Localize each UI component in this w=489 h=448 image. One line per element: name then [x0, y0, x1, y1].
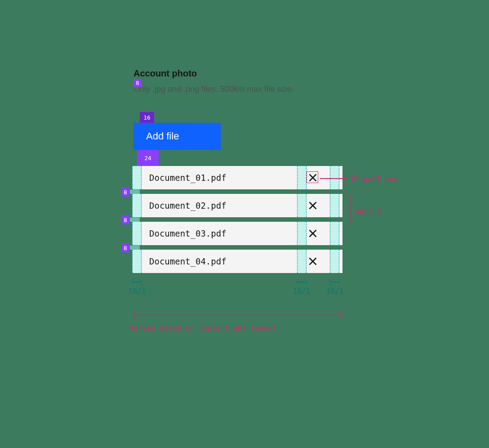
close-icon	[308, 229, 317, 238]
spacing-badge-24: 24	[137, 150, 159, 166]
file-row: Document_01.pdf 8	[132, 166, 342, 189]
padding-guide	[132, 194, 142, 217]
close-icon	[308, 173, 317, 182]
dim-bracket	[330, 279, 339, 285]
remove-file-button[interactable]	[308, 201, 318, 211]
padding-guide	[330, 166, 339, 189]
annotation-close-size: 16 px/1 rem	[350, 175, 398, 183]
file-row: Document_04.pdf	[132, 250, 342, 273]
annotation-width-note: Varies based on content and layout	[129, 324, 277, 332]
file-list: Document_01.pdf 8 Document_02.pdf 8	[132, 166, 342, 273]
close-icon	[308, 257, 317, 266]
padding-guide	[330, 250, 339, 273]
padding-guide	[297, 194, 307, 217]
padding-guide	[297, 166, 307, 189]
file-name: Document_03.pdf	[149, 228, 227, 238]
file-name: Document_01.pdf	[149, 173, 227, 183]
padding-guide	[297, 250, 307, 273]
padding-guide	[330, 194, 339, 217]
annotation-row-height-bracket	[346, 195, 351, 224]
dim-label-mid: 16/1	[293, 287, 311, 296]
padding-guide	[132, 250, 142, 273]
dim-label-left: 16/1	[129, 287, 146, 296]
spacing-badge-16: 16	[140, 112, 154, 123]
spacing-badge-8: 8	[122, 243, 129, 252]
file-name: Document_04.pdf	[149, 256, 227, 266]
dim-label-right: 16/1	[326, 287, 344, 296]
file-row: Document_03.pdf 8	[132, 222, 342, 245]
remove-file-button[interactable]	[308, 256, 318, 266]
padding-guide	[330, 222, 339, 245]
uploader-spec: Account photo 8 Only .jpg and .png files…	[133, 67, 358, 95]
add-file-button[interactable]: Add file	[133, 123, 221, 150]
padding-guide	[132, 222, 142, 245]
remove-file-button[interactable]	[308, 228, 318, 238]
dim-bracket	[132, 279, 142, 285]
annotation-leader-line	[320, 178, 348, 179]
spacing-badge-8: 8	[133, 79, 142, 87]
spacing-badge-8: 8	[122, 188, 129, 197]
close-icon	[308, 201, 317, 210]
annotation-width-bracket	[133, 311, 341, 318]
annotation-row-height: 40/2.5	[355, 207, 381, 216]
dim-bracket	[297, 279, 307, 285]
file-name: Document_02.pdf	[149, 201, 227, 211]
spacing-badge-8: 8	[122, 215, 129, 224]
uploader-title: Account photo	[133, 67, 358, 79]
padding-guide	[132, 166, 142, 189]
padding-guide	[297, 222, 307, 245]
file-row: Document_02.pdf 8	[132, 194, 342, 217]
uploader-description: Only .jpg and .png files. 500km max file…	[133, 84, 295, 95]
remove-file-button[interactable]	[308, 173, 318, 183]
